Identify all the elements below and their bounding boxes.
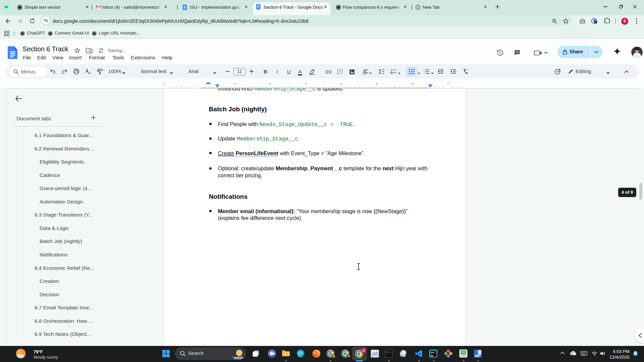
svg-text:2: 2 [424, 71, 425, 73]
